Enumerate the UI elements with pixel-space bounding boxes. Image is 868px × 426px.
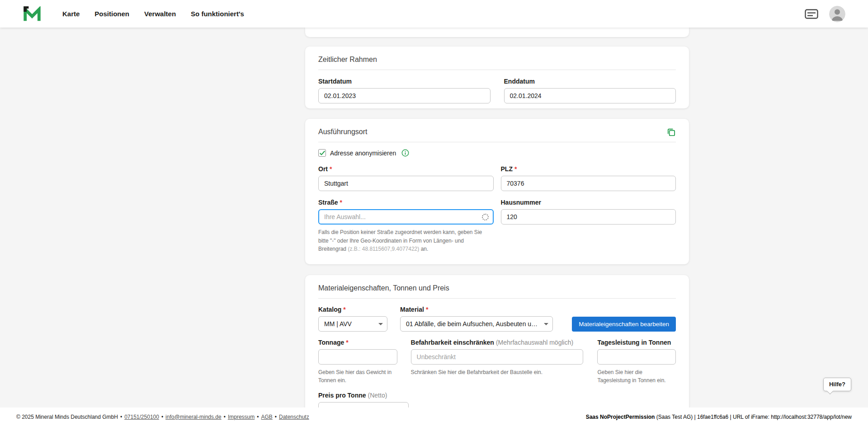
navbar-right <box>805 6 845 22</box>
strasse-label: Straße* <box>318 199 494 206</box>
field-tonnage: Tonnage* Geben Sie hier das Gewicht in T… <box>318 339 397 385</box>
chevron-down-icon <box>378 323 383 325</box>
copy-icon[interactable] <box>666 127 676 137</box>
ort-input[interactable] <box>318 176 494 191</box>
footer: © 2025 Mineral Minds Deutschland GmbH • … <box>0 407 868 426</box>
location-card-title: Ausführungsort <box>318 127 368 137</box>
timeframe-card-header: Zeitlicher Rahmen <box>318 55 676 70</box>
footer-link-agb[interactable]: AGB <box>261 414 272 420</box>
katalog-select[interactable]: MM | AVV <box>318 316 387 332</box>
tonnage-hint: Geben Sie hier das Gewicht in Tonnen ein… <box>318 368 397 385</box>
field-tagesleistung: Tagesleistung in Tonnen Geben Sie hier d… <box>597 339 676 385</box>
enddatum-input[interactable] <box>504 88 676 103</box>
field-strasse: Straße* Falls die Position keiner Straße… <box>318 199 494 253</box>
copyright-text: © 2025 Mineral Minds Deutschland GmbH <box>16 414 118 420</box>
info-icon[interactable] <box>401 149 409 157</box>
card-partial-top <box>305 28 689 37</box>
ort-label-text: Ort <box>318 165 328 173</box>
chevron-down-icon <box>544 323 548 325</box>
field-katalog: Katalog* MM | AVV <box>318 306 387 332</box>
main-nav: Karte Positionen Verwalten So funktionie… <box>62 10 244 18</box>
material-select-row: Katalog* MM | AVV Material* 01 Abfälle, … <box>318 306 676 332</box>
nav-item-so-funktionierts[interactable]: So funktioniert's <box>191 10 244 18</box>
field-ort: Ort* <box>318 165 494 191</box>
material-label-text: Material <box>400 306 424 313</box>
required-asterisk: * <box>426 306 428 313</box>
nav-item-verwalten[interactable]: Verwalten <box>144 10 176 18</box>
loading-spinner-icon <box>482 214 489 220</box>
field-befahrbarkeit: Befahrbarkeit einschränken(Mehrfachauswa… <box>411 339 584 377</box>
befahrbarkeit-input[interactable] <box>411 349 584 365</box>
tonnage-input[interactable] <box>318 349 397 365</box>
material-select-value: 01 Abfälle, die beim Aufsuchen, Ausbeute… <box>406 320 541 328</box>
field-hausnummer: Hausnummer <box>501 199 676 253</box>
startdatum-label-text: Startdatum <box>318 78 352 85</box>
strasse-hint: Falls die Position keiner Straße zugeord… <box>318 228 487 253</box>
plz-input[interactable] <box>501 176 676 191</box>
required-asterisk: * <box>340 199 342 206</box>
anonymize-checkbox[interactable] <box>318 149 326 157</box>
material-select[interactable]: 01 Abfälle, die beim Aufsuchen, Ausbeute… <box>400 316 553 332</box>
ort-label: Ort* <box>318 165 494 173</box>
nav-item-karte[interactable]: Karte <box>62 10 80 18</box>
field-startdatum: Startdatum <box>318 78 491 103</box>
field-enddatum: Enddatum <box>504 78 676 103</box>
tagesleistung-input[interactable] <box>597 349 676 365</box>
material-card: Materialeigenschaften, Tonnen und Preis … <box>305 275 689 426</box>
form-content: Zeitlicher Rahmen Startdatum Enddatum Au… <box>305 28 689 426</box>
befahrbarkeit-label-suffix: (Mehrfachauswahl möglich) <box>496 339 573 346</box>
katalog-label-text: Katalog <box>318 306 341 313</box>
separator: • <box>257 414 259 420</box>
tagesleistung-label-text: Tagesleistung in Tonnen <box>597 339 671 346</box>
enddatum-label-text: Enddatum <box>504 78 535 85</box>
strasse-input-wrap <box>318 209 494 225</box>
timeframe-card: Zeitlicher Rahmen Startdatum Enddatum <box>305 47 689 108</box>
strasse-hint-example: (z.B.: 48.8115607,9.4077422) <box>348 246 419 252</box>
card-icon[interactable] <box>805 9 818 19</box>
preis-label-text: Preis pro Tonne <box>318 392 366 399</box>
tonnage-label-text: Tonnage <box>318 339 344 346</box>
footer-link-phone[interactable]: 07151/250100 <box>124 414 159 420</box>
startdatum-input[interactable] <box>318 88 491 103</box>
brand-logo-icon[interactable] <box>24 6 42 22</box>
required-asterisk: * <box>514 165 517 173</box>
hausnummer-label: Hausnummer <box>501 199 676 206</box>
tagesleistung-label: Tagesleistung in Tonnen <box>597 339 676 346</box>
anonymize-label: Adresse anonymisieren <box>330 150 396 157</box>
hausnummer-input[interactable] <box>501 209 676 225</box>
hausnummer-label-text: Hausnummer <box>501 199 541 206</box>
location-card-header: Ausführungsort <box>318 127 676 142</box>
strasse-label-text: Straße <box>318 199 338 206</box>
enddatum-label: Enddatum <box>504 78 676 85</box>
timeframe-fields: Startdatum Enddatum <box>318 78 676 103</box>
plz-label-text: PLZ <box>501 165 513 173</box>
tagesleistung-hint: Geben Sie hier die Tagesleistung in Tonn… <box>597 368 676 385</box>
preis-label: Preis pro Tonne(Netto) <box>318 392 676 399</box>
footer-environment-info: Saas NoProjectPermission (Saas Test AG) … <box>586 414 852 420</box>
material-card-title: Materialeigenschaften, Tonnen und Preis <box>318 284 449 293</box>
befahrbarkeit-hint: Schränken Sie hier die Befahrbarkeit der… <box>411 368 584 377</box>
navbar: Karte Positionen Verwalten So funktionie… <box>0 0 868 28</box>
separator: • <box>275 414 277 420</box>
edit-material-properties-button[interactable]: Materialeigenschaften bearbeiten <box>572 317 676 332</box>
strasse-input[interactable] <box>318 209 494 225</box>
anonymize-row: Adresse anonymisieren <box>318 149 676 157</box>
help-button[interactable]: Hilfe? <box>823 378 851 391</box>
footer-link-datenschutz[interactable]: Datenschutz <box>279 414 309 420</box>
footer-link-email[interactable]: info@mineral-minds.de <box>165 414 222 420</box>
preis-label-suffix: (Netto) <box>368 392 387 399</box>
separator: • <box>120 414 122 420</box>
environment-details: (Saas Test AG) | 16fae1ffc6a6 | URL of i… <box>655 414 852 420</box>
required-asterisk: * <box>346 339 348 346</box>
location-card: Ausführungsort Adresse anonymisieren <box>305 119 689 264</box>
material-card-header: Materialeigenschaften, Tonnen und Preis <box>318 284 676 299</box>
timeframe-card-title: Zeitlicher Rahmen <box>318 55 377 65</box>
footer-link-impressum[interactable]: Impressum <box>228 414 255 420</box>
nav-item-positionen[interactable]: Positionen <box>94 10 129 18</box>
field-material: Material* 01 Abfälle, die beim Aufsuchen… <box>400 306 553 332</box>
required-asterisk: * <box>330 165 332 173</box>
startdatum-label: Startdatum <box>318 78 491 85</box>
user-avatar[interactable] <box>829 6 845 22</box>
field-plz: PLZ* <box>501 165 676 191</box>
katalog-select-value: MM | AVV <box>324 320 352 328</box>
